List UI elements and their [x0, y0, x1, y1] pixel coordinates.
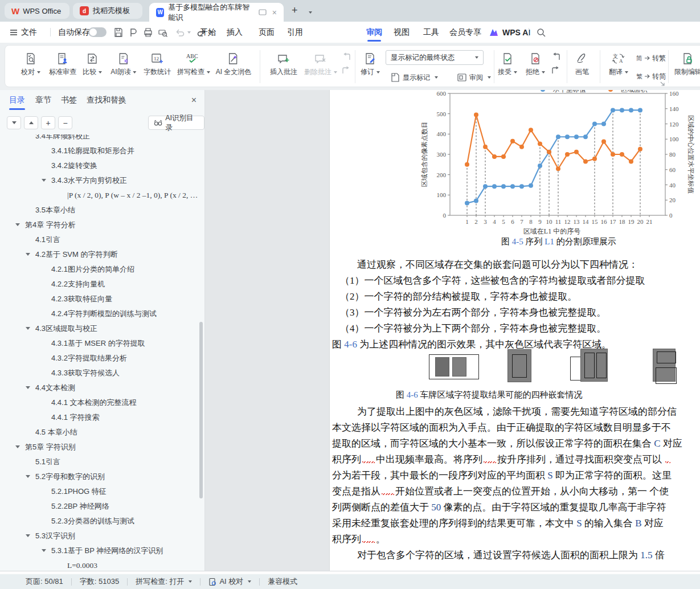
track-changes-button[interactable]: 修订 — [361, 49, 380, 77]
undo-icon[interactable] — [174, 27, 186, 38]
sidebar-tab-find-replace[interactable]: 查找和替换 — [87, 90, 126, 111]
tab-wps-office[interactable]: W WPS Office — [5, 3, 69, 19]
toc-expand-all-button[interactable]: + — [41, 116, 55, 129]
navigation-sidebar: 目录 章节 书签 查找和替换 × + − AI识别目录 3.4车牌倾斜校正3.4… — [0, 90, 205, 574]
svg-text:2: 2 — [474, 218, 478, 225]
sidebar-tab-bookmarks[interactable]: 书签 — [61, 90, 77, 111]
print-preview-icon[interactable] — [157, 27, 169, 38]
compare-button[interactable]: 比较 — [83, 49, 102, 77]
toc-collapse-arrow-icon[interactable] — [26, 534, 30, 537]
delete-comment-button[interactable]: 删除批注 — [304, 49, 337, 77]
document-text-line: 列两侧断点的差值大于 50 像素的点。由于字符区域的重复提取几率高于非字符 — [332, 501, 666, 514]
sidebar-tab-toc[interactable]: 目录 — [9, 90, 25, 111]
new-tab-button[interactable]: + — [292, 5, 298, 17]
menu-tab-1[interactable]: 开始 — [197, 22, 219, 43]
menu-tab-4[interactable]: 引用 — [284, 22, 306, 43]
docer-logo-icon: d — [80, 6, 89, 15]
svg-text:5: 5 — [502, 218, 505, 225]
svg-text:0: 0 — [669, 212, 673, 219]
svg-text:19: 19 — [628, 218, 635, 225]
close-tab-icon[interactable]: × — [272, 8, 277, 17]
sidebar-scrollbar[interactable] — [199, 322, 203, 498]
menu-tab-6[interactable]: 视图 — [390, 22, 413, 43]
menu-tab-8[interactable]: 会员专享 — [446, 22, 485, 43]
word-count-indicator[interactable]: 字数: 51035 — [80, 576, 119, 587]
word-count-button[interactable]: 12 字数统计 — [144, 49, 171, 77]
menu-tab-3[interactable]: 页面 — [255, 22, 278, 43]
window-tab-bar: W WPS Office d 找稻壳模板 W 基于多模型融合的车牌智能识 × + — [0, 0, 700, 22]
toc-collapse-arrow-icon[interactable] — [26, 386, 30, 389]
document-margin-background — [205, 87, 329, 574]
arrow-right-icon — [645, 74, 650, 79]
toc-expand-down-button[interactable] — [7, 116, 21, 129]
spell-check-button[interactable]: ABC 拼写检查 — [177, 49, 210, 77]
next-comment-icon[interactable] — [340, 64, 353, 77]
svg-text:9: 9 — [538, 218, 542, 225]
tab-list-chevron-icon[interactable] — [306, 8, 312, 15]
accept-revision-button[interactable]: 接受 — [498, 49, 517, 77]
search-icon[interactable] — [535, 27, 547, 38]
insert-comment-button[interactable]: 插入批注 — [270, 49, 297, 77]
restrict-editing-button[interactable]: 限制编辑 — [674, 49, 700, 77]
svg-text:400: 400 — [437, 130, 447, 137]
review-pane-button[interactable]: 审阅 — [457, 71, 491, 84]
svg-text:13: 13 — [574, 218, 580, 225]
svg-text:100: 100 — [669, 136, 679, 142]
save-icon[interactable] — [113, 27, 124, 38]
ai-proofread-status[interactable]: AI 校对 — [208, 576, 251, 587]
toc-collapse-arrow-icon[interactable] — [26, 327, 30, 330]
document-text-line: 分为若干段，其中最长的一段序列对应的平均面积 S 即为正常字符的面积。这里 — [332, 469, 672, 482]
toc-collapse-arrow-icon[interactable] — [26, 475, 30, 478]
file-menu[interactable]: 文件 — [6, 22, 40, 43]
toc-collapse-all-button[interactable]: − — [58, 116, 72, 129]
svg-text:11: 11 — [555, 218, 562, 225]
export-pdf-icon[interactable] — [128, 27, 139, 38]
toc-collapse-up-button[interactable] — [24, 116, 38, 129]
to-traditional-button[interactable]: 简 转繁 — [636, 51, 666, 65]
previous-comment-icon[interactable] — [340, 50, 353, 64]
svg-text:8: 8 — [529, 218, 533, 225]
autosave-toggle[interactable] — [88, 27, 107, 37]
ai-recognize-toc-button[interactable]: AI识别目录 — [148, 116, 204, 130]
wps-writer-window: W WPS Office d 找稻壳模板 W 基于多模型融合的车牌智能识 × +… — [0, 0, 700, 589]
toc-collapse-arrow-icon[interactable] — [15, 223, 20, 226]
print-icon[interactable] — [142, 27, 154, 38]
reject-revision-button[interactable]: 拒绝 — [526, 49, 545, 77]
toc-collapse-arrow-icon[interactable] — [42, 179, 46, 182]
show-markup-icon — [390, 72, 400, 83]
tab-label: 找稻壳模板 — [93, 6, 130, 16]
spell-check-status[interactable]: 拼写检查: 打开 — [136, 576, 192, 587]
sidebar-tab-chapters[interactable]: 章节 — [35, 90, 51, 111]
group-dialog-launcher-icon[interactable] — [660, 79, 665, 89]
undo-chevron-icon[interactable] — [187, 31, 191, 34]
simplified-char-icon: 简 — [636, 54, 642, 63]
menu-tab-2[interactable]: 插入 — [223, 22, 246, 43]
document-text-line: 提取的区域，而字符区域的大小基本一致，所以假设正常字符的面积在集合 C 对应 — [332, 437, 682, 451]
tab-label: WPS Office — [23, 7, 61, 15]
ink-brush-button[interactable]: 画笔 — [575, 49, 589, 77]
markup-state-dropdown[interactable]: 显示标记的最终状态 — [386, 50, 484, 65]
next-revision-icon[interactable] — [550, 64, 562, 77]
svg-text:100: 100 — [437, 191, 447, 198]
menu-tab-5[interactable]: 审阅 — [363, 22, 386, 43]
svg-text:200: 200 — [437, 171, 447, 178]
tab-docer-templates[interactable]: d 找稻壳模板 — [73, 3, 142, 19]
ai-read-aloud-button[interactable]: AI朗读 — [110, 49, 136, 77]
document-text-line: 采用未经重复嵌套处理的序列得到的结果更可靠，本文中 S 的输入集合 B 对应 — [332, 517, 664, 530]
open-in-browser-icon[interactable] — [259, 9, 267, 16]
standard-review-button[interactable]: 标准审查 — [49, 49, 76, 77]
previous-revision-icon[interactable] — [550, 50, 562, 64]
ai-polish-button[interactable]: AI 全文润色 — [216, 49, 252, 77]
close-sidebar-icon[interactable]: × — [191, 95, 197, 105]
tab-document[interactable]: W 基于多模型融合的车牌智能识 × — [149, 3, 284, 22]
proofread-button[interactable]: 校对 — [21, 49, 40, 77]
wps-ai-logo-icon — [489, 28, 499, 37]
translate-button[interactable]: 文A 翻译 — [609, 49, 628, 77]
toc-collapse-arrow-icon[interactable] — [15, 445, 20, 448]
toc-collapse-arrow-icon[interactable] — [42, 549, 46, 552]
show-markup-button[interactable]: 显示标记 — [390, 71, 438, 84]
wps-ai-button[interactable]: WPS AI — [485, 22, 534, 43]
menu-tab-7[interactable]: 工具 — [420, 22, 443, 43]
svg-text:300: 300 — [437, 151, 447, 158]
toc-collapse-arrow-icon[interactable] — [26, 253, 30, 256]
